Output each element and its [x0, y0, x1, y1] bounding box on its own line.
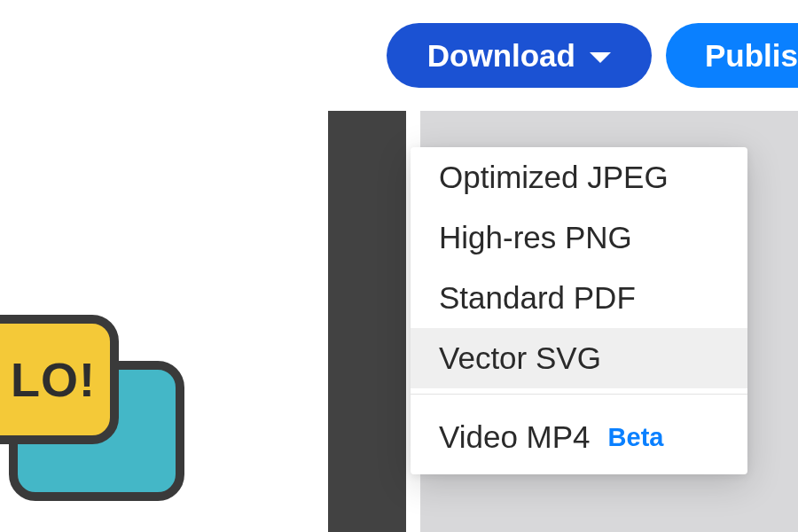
dropdown-item-label: Standard PDF [439, 280, 636, 316]
dropdown-item-label: Vector SVG [439, 340, 601, 376]
chevron-down-icon [590, 52, 611, 63]
dropdown-item-png[interactable]: High-res PNG [411, 207, 747, 268]
artboard-gap [328, 111, 403, 532]
dropdown-item-pdf[interactable]: Standard PDF [411, 268, 747, 328]
publish-button[interactable]: Publis [666, 23, 798, 88]
download-button-label: Download [427, 38, 575, 74]
publish-button-label: Publis [705, 38, 798, 74]
dropdown-item-label: Optimized JPEG [439, 160, 669, 195]
dropdown-item-label: Video MP4 [439, 419, 591, 455]
dropdown-item-label: High-res PNG [439, 220, 632, 255]
artboard-left: LO! [0, 111, 328, 532]
beta-badge: Beta [608, 423, 664, 452]
dropdown-item-video[interactable]: Video MP4 Beta [411, 400, 747, 474]
dropdown-item-svg[interactable]: Vector SVG [411, 328, 747, 388]
top-toolbar: Download Publis [0, 0, 798, 111]
download-dropdown: Optimized JPEG High-res PNG Standard PDF… [411, 147, 747, 474]
dropdown-item-jpeg[interactable]: Optimized JPEG [411, 147, 747, 207]
download-button[interactable]: Download [387, 23, 652, 88]
speech-bubble-text: LO! [11, 352, 96, 407]
speech-bubble-front: LO! [0, 315, 119, 444]
dropdown-divider [411, 394, 747, 395]
